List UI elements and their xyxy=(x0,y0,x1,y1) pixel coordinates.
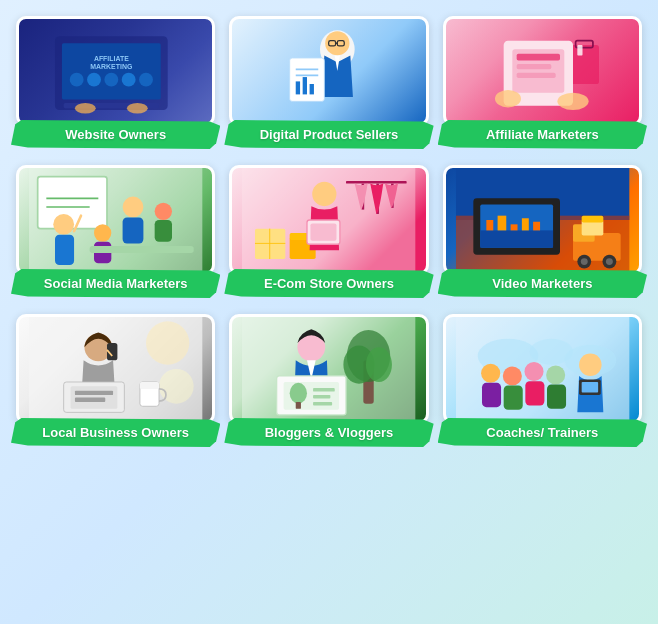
card-coaches-trainers: Coaches/ Trainers xyxy=(443,314,642,447)
svg-point-117 xyxy=(546,366,565,385)
card-image-affiliate-marketers xyxy=(443,16,642,126)
card-image-website-owners: AFFILIATE MARKETING xyxy=(16,16,215,126)
svg-rect-114 xyxy=(503,385,522,409)
svg-rect-25 xyxy=(577,45,582,55)
svg-rect-44 xyxy=(55,235,74,265)
svg-rect-64 xyxy=(480,230,553,247)
card-label-affiliate-marketers: Affiliate Marketers xyxy=(438,120,647,149)
svg-rect-118 xyxy=(547,385,566,409)
card-label-local-business-owners: Local Business Owners xyxy=(11,418,220,447)
svg-rect-38 xyxy=(123,217,144,243)
svg-rect-110 xyxy=(581,382,597,392)
svg-rect-102 xyxy=(313,402,332,405)
svg-rect-59 xyxy=(311,223,337,240)
card-image-digital-product-sellers xyxy=(229,16,428,126)
svg-rect-69 xyxy=(533,222,540,231)
svg-point-43 xyxy=(53,214,74,235)
card-social-media-marketers: Social Media Marketers xyxy=(16,165,215,298)
svg-rect-112 xyxy=(482,383,501,407)
card-image-social-media-marketers xyxy=(16,165,215,275)
svg-point-8 xyxy=(139,73,153,87)
svg-rect-29 xyxy=(516,64,551,69)
svg-point-37 xyxy=(123,197,144,218)
svg-point-39 xyxy=(155,203,172,220)
svg-point-4 xyxy=(70,73,84,87)
card-local-business-owners: Local Business Owners xyxy=(16,314,215,447)
svg-point-115 xyxy=(524,362,543,381)
svg-point-5 xyxy=(87,73,101,87)
svg-point-94 xyxy=(366,347,392,382)
svg-rect-67 xyxy=(510,224,517,230)
svg-point-10 xyxy=(75,103,96,113)
card-label-coaches-trainers: Coaches/ Trainers xyxy=(438,418,647,447)
svg-text:MARKETING: MARKETING xyxy=(90,63,132,70)
svg-text:AFFILIATE: AFFILIATE xyxy=(94,55,129,62)
svg-rect-100 xyxy=(313,388,335,391)
svg-point-41 xyxy=(94,224,111,241)
svg-rect-23 xyxy=(568,45,598,84)
svg-point-7 xyxy=(122,73,136,87)
svg-rect-46 xyxy=(90,246,194,253)
svg-point-113 xyxy=(502,366,521,385)
svg-point-6 xyxy=(104,73,118,87)
svg-point-75 xyxy=(606,258,613,265)
card-affiliate-marketers: Affiliate Marketers xyxy=(443,16,642,149)
svg-rect-86 xyxy=(75,391,113,395)
svg-rect-30 xyxy=(516,73,555,78)
card-label-digital-product-sellers: Digital Product Sellers xyxy=(224,120,433,149)
svg-rect-101 xyxy=(313,395,330,398)
svg-point-11 xyxy=(127,103,148,113)
svg-point-79 xyxy=(146,321,189,364)
card-label-website-owners: Website Owners xyxy=(11,120,220,149)
svg-rect-87 xyxy=(75,398,105,402)
svg-point-98 xyxy=(290,383,307,404)
svg-point-32 xyxy=(495,90,521,107)
svg-rect-22 xyxy=(310,84,314,94)
svg-rect-99 xyxy=(296,402,301,409)
svg-rect-68 xyxy=(522,218,529,230)
svg-point-108 xyxy=(579,353,602,376)
svg-rect-21 xyxy=(303,77,307,94)
card-label-bloggers-vloggers: Bloggers & Vloggers xyxy=(224,418,433,447)
svg-rect-48 xyxy=(346,181,407,184)
svg-rect-116 xyxy=(525,381,544,405)
card-label-video-marketers: Video Marketers xyxy=(438,269,647,298)
svg-rect-20 xyxy=(296,81,300,94)
svg-rect-66 xyxy=(497,216,506,231)
card-image-video-marketers xyxy=(443,165,642,275)
card-image-bloggers-vloggers xyxy=(229,314,428,424)
card-website-owners: AFFILIATE MARKETING Website Owners xyxy=(16,16,215,149)
svg-point-31 xyxy=(557,93,588,110)
cards-grid: AFFILIATE MARKETING Website Owners xyxy=(16,16,642,447)
card-digital-product-sellers: Digital Product Sellers xyxy=(229,16,428,149)
svg-rect-89 xyxy=(140,382,159,389)
svg-rect-65 xyxy=(486,220,493,230)
svg-point-73 xyxy=(580,258,587,265)
svg-rect-1 xyxy=(62,43,161,99)
card-image-ecom-store-owners xyxy=(229,165,428,275)
card-label-ecom-store-owners: E-Com Store Owners xyxy=(224,269,433,298)
card-image-coaches-trainers xyxy=(443,314,642,424)
card-ecom-store-owners: E-Com Store Owners xyxy=(229,165,428,298)
svg-rect-77 xyxy=(581,216,603,223)
svg-rect-40 xyxy=(155,220,172,242)
svg-rect-28 xyxy=(516,54,559,61)
card-label-social-media-marketers: Social Media Marketers xyxy=(11,269,220,298)
card-video-marketers: Video Marketers xyxy=(443,165,642,298)
svg-point-57 xyxy=(313,182,337,206)
svg-point-111 xyxy=(481,364,500,383)
card-image-local-business-owners xyxy=(16,314,215,424)
card-bloggers-vloggers: Bloggers & Vloggers xyxy=(229,314,428,447)
